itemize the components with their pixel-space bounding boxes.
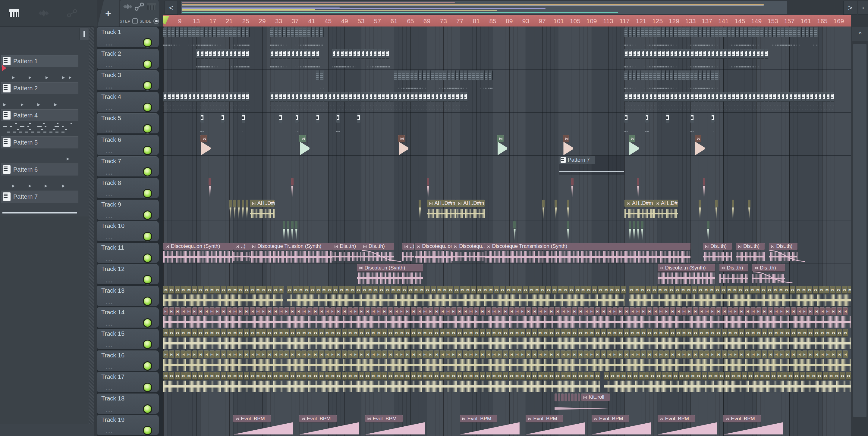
pattern-clip-block[interactable] <box>427 92 430 102</box>
thin-audio-clip[interactable] <box>513 221 516 242</box>
thin-audio-clip[interactable] <box>233 199 236 221</box>
pattern-clip-block[interactable] <box>369 49 373 59</box>
audio-block[interactable]: ⋈ <box>503 329 508 337</box>
playlist-grid[interactable]: ⋈⋈⋈⋈⋈⋈⋈Pattern 7⋈AH..D#m⋈AH..D#m⋈AH..D#m… <box>163 27 851 436</box>
pattern-clip-block[interactable] <box>645 49 649 59</box>
audio-block[interactable]: ⋈ <box>814 350 819 358</box>
audio-block[interactable]: ⋈ <box>468 350 473 358</box>
audio-block[interactable]: ⋈ <box>555 350 560 358</box>
clip-header[interactable]: ⋈Discoteque Transmission (Synth) <box>485 243 690 250</box>
audio-block[interactable]: ⋈ <box>733 350 738 358</box>
audio-block[interactable]: ⋈ <box>520 350 525 358</box>
track-header[interactable]: Track 13... <box>97 286 159 306</box>
pattern-clip-block[interactable] <box>653 92 657 102</box>
pattern-clip-block[interactable] <box>316 92 319 102</box>
clip-header[interactable]: ⋈Kit..roll <box>581 394 610 401</box>
pattern-clip-block[interactable] <box>711 49 715 59</box>
pattern-clip-block[interactable] <box>761 49 764 59</box>
audio-block[interactable]: ⋈ <box>442 286 447 294</box>
ruler-bar-number[interactable]: 9 <box>173 18 187 25</box>
audio-block[interactable]: ⋈ <box>232 329 238 337</box>
audio-block[interactable]: ⋈ <box>618 329 623 337</box>
track-options-dots[interactable]: ... <box>106 104 113 112</box>
audio-block[interactable]: ⋈ <box>618 350 623 358</box>
audio-block[interactable]: ⋈ <box>411 350 416 358</box>
audio-block[interactable]: ⋈ <box>460 286 465 294</box>
thin-audio-clip[interactable] <box>209 177 212 199</box>
audio-block[interactable]: ⋈ <box>365 307 370 315</box>
pattern-clip-run[interactable] <box>357 113 361 123</box>
audio-block[interactable]: ⋈ <box>198 372 203 380</box>
audio-block[interactable]: ⋈ <box>232 372 238 380</box>
audio-block[interactable]: ⋈ <box>405 350 410 358</box>
pattern-clip-block[interactable] <box>221 92 224 102</box>
pattern-clip-block[interactable] <box>633 92 637 102</box>
pattern-clip-block[interactable] <box>806 92 809 102</box>
pattern-clip-run[interactable] <box>279 113 283 123</box>
audio-block[interactable]: ⋈ <box>767 286 772 294</box>
audio-block[interactable]: ⋈ <box>324 350 330 358</box>
audio-block[interactable]: ⋈ <box>750 329 755 337</box>
thin-audio-clip[interactable] <box>229 199 232 221</box>
audio-block[interactable]: ⋈ <box>670 307 675 315</box>
audio-block[interactable]: ⋈ <box>615 372 621 380</box>
audio-block[interactable]: ⋈ <box>324 307 330 315</box>
audio-block[interactable]: ⋈ <box>716 307 721 315</box>
automation-tab-icon[interactable] <box>135 2 144 11</box>
audio-block[interactable]: ⋈ <box>371 329 376 337</box>
pattern-clip-block[interactable] <box>365 49 369 59</box>
audio-block[interactable]: ⋈ <box>578 372 583 380</box>
audio-block[interactable]: ⋈ <box>629 350 635 358</box>
pattern-clip-block[interactable] <box>180 92 184 102</box>
audio-block[interactable]: ⋈ <box>653 350 658 358</box>
pattern-clip-block[interactable] <box>637 92 641 102</box>
audio-block[interactable]: ⋈ <box>416 350 422 358</box>
minimap-options-button[interactable]: ▪ <box>858 1 868 15</box>
audio-block[interactable]: ⋈ <box>584 329 589 337</box>
pattern-clip-block[interactable] <box>163 92 167 102</box>
audio-block[interactable]: ⋈ <box>330 372 336 380</box>
ruler-bar-number[interactable]: 89 <box>503 18 516 25</box>
audio-block[interactable]: ⋈ <box>572 307 577 315</box>
audio-block[interactable]: ⋈ <box>250 329 255 337</box>
audio-block[interactable]: ⋈ <box>359 372 364 380</box>
audio-block[interactable]: ⋈ <box>385 286 390 294</box>
pattern-clip-block[interactable] <box>666 92 670 102</box>
audio-block[interactable]: ⋈ <box>336 329 341 337</box>
track-options-dots[interactable]: ... <box>106 147 113 155</box>
pattern-clip-run[interactable] <box>624 92 835 102</box>
pattern-clip-block[interactable] <box>291 49 295 59</box>
pattern-clip-block[interactable] <box>213 49 216 59</box>
audio-block[interactable]: ⋈ <box>558 286 563 294</box>
audio-block[interactable]: ⋈ <box>454 286 459 294</box>
pattern-clip-block[interactable] <box>283 49 286 59</box>
thin-audio-clip[interactable] <box>246 199 249 221</box>
clip-header[interactable]: ⋈Discotequ..on (Synth) <box>452 243 484 250</box>
track-mute-led[interactable] <box>143 404 152 414</box>
audio-clip[interactable]: ⋈Discote..n (Synth) <box>357 264 423 285</box>
audio-block[interactable]: ⋈ <box>492 307 497 315</box>
audio-block[interactable]: ⋈ <box>840 372 845 380</box>
audio-block[interactable]: ⋈ <box>515 372 520 380</box>
audio-block[interactable]: ⋈ <box>347 372 352 380</box>
audio-block[interactable]: ⋈ <box>586 286 591 294</box>
audio-block[interactable]: ⋈ <box>423 350 428 358</box>
audio-block[interactable]: ⋈ <box>486 307 491 315</box>
audio-block[interactable]: ⋈ <box>727 329 733 337</box>
ruler-bar-number[interactable]: 165 <box>815 18 829 25</box>
pattern-list-item[interactable]: Pattern 1 <box>1 55 79 81</box>
audio-block[interactable]: ⋈ <box>356 286 361 294</box>
pattern-clip-block[interactable] <box>200 49 204 59</box>
audio-block[interactable]: ⋈ <box>434 372 439 380</box>
audio-block[interactable]: ⋈ <box>319 307 324 315</box>
audio-block[interactable]: ⋈ <box>640 286 645 294</box>
audio-block[interactable]: ⋈ <box>215 372 220 380</box>
audio-block[interactable]: ⋈ <box>676 329 681 337</box>
audio-block[interactable]: ⋈ <box>544 350 549 358</box>
pattern-clip-block[interactable] <box>460 92 464 102</box>
pattern-clip-block[interactable] <box>287 49 290 59</box>
audio-block[interactable]: ⋈ <box>526 307 531 315</box>
audio-block[interactable]: ⋈ <box>382 372 387 380</box>
audio-block[interactable]: ⋈ <box>823 372 828 380</box>
pattern-clip-run[interactable] <box>336 113 341 123</box>
